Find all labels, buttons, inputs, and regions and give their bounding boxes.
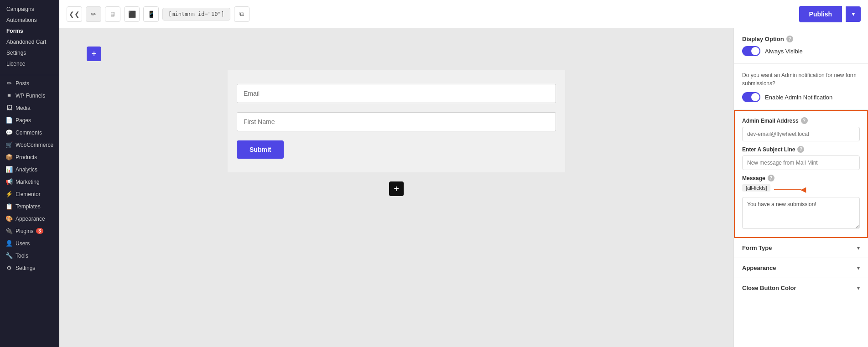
copy-icon: ⧉ (239, 10, 244, 18)
sidebar-item-abandoned-cart[interactable]: Abandoned Cart (0, 36, 59, 47)
tools-icon: 🔧 (5, 252, 13, 259)
sidebar-item-comments[interactable]: 💬 Comments (0, 126, 59, 139)
shortcode-display: [mintmrm id="10"] (162, 8, 230, 21)
email-field[interactable] (237, 84, 556, 103)
main-content: ❮❮ ✏ 🖥 ⬛ 📱 [mintmrm id="10"] ⧉ Publish ▼ (59, 0, 868, 347)
form-preview: Submit (228, 70, 565, 172)
display-option-label: Display Option ? (742, 36, 860, 42)
submit-button[interactable]: Submit (237, 140, 284, 159)
arrow-indicator: ◀ (774, 185, 806, 194)
all-fields-tag: [all-fields] (742, 184, 770, 192)
subject-line-input[interactable] (742, 155, 860, 170)
sidebar-item-automations[interactable]: Automations (0, 15, 59, 26)
sidebar-item-analytics[interactable]: 📊 Analytics (0, 163, 59, 176)
display-option-help-icon[interactable]: ? (786, 36, 793, 42)
sidebar-item-templates[interactable]: 📋 Templates (0, 200, 59, 212)
elementor-icon: ⚡ (5, 191, 13, 197)
pages-icon: 📄 (5, 117, 13, 124)
desktop-view-button[interactable]: 🖥 (105, 6, 120, 22)
templates-icon: 📋 (5, 203, 13, 210)
products-icon: 📦 (5, 154, 13, 161)
sidebar-item-campaigns[interactable]: Campaigns (0, 4, 59, 15)
editor-area: + Submit + Display Option ? Alwa (59, 28, 868, 347)
admin-notification-section: Do you want an Admin notification for ne… (734, 64, 868, 110)
chevron-down-icon: ▼ (851, 11, 856, 17)
appearance-chevron: ▾ (857, 265, 860, 271)
plugins-icon: 🔌 (5, 228, 13, 234)
form-type-header[interactable]: Form Type ▾ (734, 238, 868, 258)
subject-line-label: Enter A Subject Line ? (742, 146, 860, 153)
always-visible-row: Always Visible (742, 46, 860, 56)
admin-email-label: Admin Email Address ? (742, 117, 860, 124)
subject-help-icon[interactable]: ? (797, 146, 804, 153)
mobile-icon: 📱 (147, 10, 155, 18)
sidebar-item-settings[interactable]: Settings (0, 47, 59, 58)
form-type-section: Form Type ▾ (734, 238, 868, 258)
enable-admin-label: Enable Admin Notification (765, 94, 832, 101)
settings-icon: ⚙ (5, 264, 13, 271)
appearance-icon: 🎨 (5, 215, 13, 222)
tablet-view-button[interactable]: ⬛ (124, 6, 140, 22)
mobile-view-button[interactable]: 📱 (143, 6, 159, 22)
admin-email-help-icon[interactable]: ? (801, 117, 808, 124)
admin-email-section: Admin Email Address ? Enter A Subject Li… (734, 110, 868, 238)
wp-nav: ✏ Posts ≡ WP Funnels 🖼 Media 📄 Pages 💬 C… (0, 77, 59, 274)
sidebar-item-woocommerce[interactable]: 🛒 WooCommerce (0, 139, 59, 151)
message-label: Message ? (742, 175, 860, 181)
sidebar-item-forms[interactable]: Forms (0, 26, 59, 36)
message-input[interactable]: You have a new submission! (742, 197, 860, 229)
desktop-icon: 🖥 (109, 10, 116, 18)
appearance-section: Appearance ▾ (734, 258, 868, 278)
firstname-field[interactable] (237, 112, 556, 131)
sidebar-item-products[interactable]: 📦 Products (0, 151, 59, 163)
plugins-badge: 3 (36, 228, 43, 234)
add-block-top-button[interactable]: + (87, 47, 101, 61)
sidebar-item-wp-funnels[interactable]: ≡ WP Funnels (0, 89, 59, 102)
comments-icon: 💬 (5, 129, 13, 136)
sidebar-item-users[interactable]: 👤 Users (0, 237, 59, 249)
sidebar-item-appearance[interactable]: 🎨 Appearance (0, 212, 59, 225)
close-button-color-section: Close Button Color ▾ (734, 278, 868, 298)
form-type-title: Form Type (742, 244, 772, 251)
sidebar-item-posts[interactable]: ✏ Posts (0, 77, 59, 89)
always-visible-label: Always Visible (765, 48, 803, 55)
plus-icon: + (91, 49, 97, 59)
sidebar-item-settings-wp[interactable]: ⚙ Settings (0, 262, 59, 274)
admin-email-input[interactable] (742, 127, 860, 141)
right-panel: Display Option ? Always Visible Do you w… (733, 28, 868, 347)
sidebar-item-pages[interactable]: 📄 Pages (0, 114, 59, 126)
publish-dropdown-button[interactable]: ▼ (846, 6, 861, 22)
topbar-left: ❮❮ ✏ 🖥 ⬛ 📱 [mintmrm id="10"] ⧉ (67, 6, 249, 22)
sidebar-item-marketing[interactable]: 📢 Marketing (0, 176, 59, 188)
sidebar-item-plugins[interactable]: 🔌 Plugins 3 (0, 225, 59, 237)
sidebar-item-licence[interactable]: Licence (0, 58, 59, 69)
always-visible-toggle[interactable] (742, 46, 760, 56)
form-canvas-area: + Submit + (59, 28, 733, 347)
enable-admin-row: Enable Admin Notification (742, 92, 860, 102)
edit-mode-button[interactable]: ✏ (86, 6, 101, 22)
users-icon: 👤 (5, 240, 13, 247)
marketing-icon: 📢 (5, 178, 13, 185)
posts-icon: ✏ (5, 80, 13, 87)
enable-admin-toggle[interactable] (742, 92, 760, 102)
add-block-bottom-button[interactable]: + (389, 181, 404, 196)
woocommerce-icon: 🛒 (5, 141, 13, 148)
arrow-head-icon: ◀ (800, 185, 806, 194)
topbar-right: Publish ▼ (799, 6, 861, 22)
sidebar-item-elementor[interactable]: ⚡ Elementor (0, 188, 59, 200)
sidebar: Campaigns Automations Forms Abandoned Ca… (0, 0, 59, 347)
close-button-chevron: ▾ (857, 285, 860, 291)
tablet-icon: ⬛ (128, 10, 136, 18)
appearance-header[interactable]: Appearance ▾ (734, 258, 868, 278)
analytics-icon: 📊 (5, 166, 13, 173)
appearance-title: Appearance (742, 264, 776, 271)
close-button-color-header[interactable]: Close Button Color ▾ (734, 278, 868, 298)
sidebar-item-media[interactable]: 🖼 Media (0, 102, 59, 114)
copy-shortcode-button[interactable]: ⧉ (234, 6, 249, 22)
topbar: ❮❮ ✏ 🖥 ⬛ 📱 [mintmrm id="10"] ⧉ Publish ▼ (59, 0, 868, 28)
media-icon: 🖼 (5, 104, 13, 111)
message-help-icon[interactable]: ? (768, 175, 774, 181)
sidebar-item-tools[interactable]: 🔧 Tools (0, 249, 59, 262)
back-button[interactable]: ❮❮ (67, 6, 82, 22)
publish-button[interactable]: Publish (799, 6, 842, 22)
